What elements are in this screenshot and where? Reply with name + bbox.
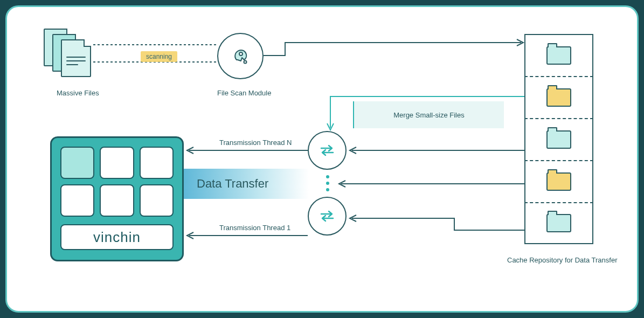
vinchin-destination-icon: vinchin: [50, 136, 184, 261]
cache-cell: [524, 202, 593, 244]
cache-cell: [524, 118, 593, 160]
cache-repository-label: Cache Repository for Data Transfer: [507, 256, 617, 264]
scanning-badge: scanning: [141, 51, 177, 62]
transfer-thread-1-icon: [308, 197, 347, 236]
svg-point-2: [239, 52, 243, 56]
folder-icon: [546, 172, 571, 191]
data-transfer-label: Data Transfer: [197, 177, 268, 191]
svg-point-3: [244, 61, 247, 64]
transfer-thread-n-icon: [308, 131, 347, 170]
transmission-thread-1-label: Transmission Thread 1: [219, 224, 290, 232]
folder-icon: [546, 88, 571, 107]
folder-icon: [546, 214, 571, 232]
merge-small-files-label: Merge Small-size Files: [393, 111, 464, 119]
threads-ellipsis-icon: [326, 175, 329, 191]
folder-icon: [546, 130, 571, 149]
diagram-frame: Massive Files scanning File Scan Module …: [5, 5, 639, 313]
file-scan-module-label: File Scan Module: [217, 89, 271, 97]
data-transfer-band: Data Transfer: [184, 169, 309, 199]
cache-repository: [524, 34, 593, 244]
transmission-thread-n-label: Transmission Thread N: [219, 139, 292, 147]
merge-small-files-box: Merge Small-size Files: [353, 101, 504, 128]
cache-cell: [524, 76, 593, 118]
cache-cell: [524, 160, 593, 202]
massive-files-label: Massive Files: [57, 89, 99, 97]
folder-icon: [546, 46, 571, 65]
cache-cell: [524, 34, 593, 76]
vinchin-brand-label: vinchin: [60, 224, 174, 250]
file-scan-module-icon: [217, 33, 264, 79]
